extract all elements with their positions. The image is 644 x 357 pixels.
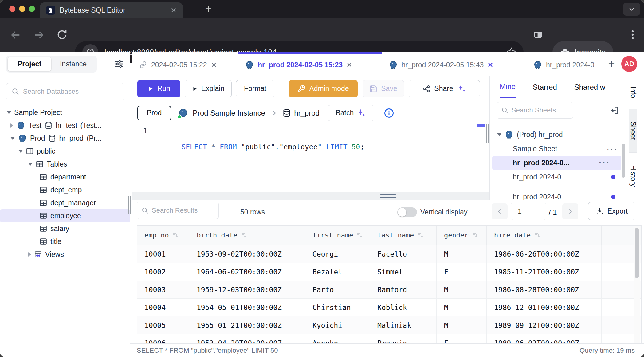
chevron-down-icon[interactable] bbox=[18, 150, 23, 153]
table-row[interactable]: 10002 1964-06-02T00:00:00Z Bezalel Simme… bbox=[137, 263, 641, 281]
table-row[interactable]: 10001 1953-09-02T00:00:00Z Georgi Facell… bbox=[137, 245, 641, 263]
sheet-group-row[interactable]: (Prod) hr_prod bbox=[490, 128, 629, 142]
chevron-down-icon[interactable] bbox=[497, 133, 501, 136]
sort-icon[interactable] bbox=[534, 232, 541, 239]
ai-sparkle-icon[interactable] bbox=[457, 84, 466, 93]
search-sheets-input[interactable] bbox=[512, 106, 569, 114]
chevron-down-icon[interactable] bbox=[7, 111, 11, 114]
column-header-gender[interactable]: gender bbox=[437, 226, 487, 245]
sort-icon[interactable] bbox=[356, 232, 363, 239]
table-row[interactable]: 10004 1954-05-01T00:00:00Z Chirstian Kob… bbox=[137, 299, 641, 316]
tree-item-table-title[interactable]: title bbox=[0, 235, 130, 248]
collapse-panel-icon[interactable] bbox=[610, 105, 620, 116]
column-header-last-name[interactable]: last_name bbox=[370, 226, 437, 245]
search-databases-input[interactable] bbox=[23, 88, 119, 96]
reload-icon[interactable] bbox=[56, 29, 68, 41]
tab-sheet-active[interactable]: Sheet bbox=[629, 109, 637, 153]
tree-item-project[interactable]: Sample Project bbox=[0, 106, 130, 119]
tab-project[interactable]: Project bbox=[8, 57, 51, 71]
results-search[interactable] bbox=[137, 202, 219, 219]
forward-icon[interactable] bbox=[33, 29, 45, 41]
table-scrollbar-thumb[interactable] bbox=[635, 228, 639, 278]
column-header-hire-date[interactable]: hire_date bbox=[487, 226, 602, 245]
tree-item-database-prod[interactable]: Prod hr_prod (Pr... bbox=[0, 132, 130, 145]
sort-icon[interactable] bbox=[417, 232, 424, 239]
panel-resize-handle[interactable] bbox=[486, 124, 489, 143]
table-row[interactable]: 10005 1955-01-21T00:00:00Z Kyoichi Malin… bbox=[137, 316, 641, 334]
browser-menu-icon[interactable] bbox=[627, 29, 638, 41]
new-tab-button[interactable]: + bbox=[201, 3, 215, 15]
tree-item-table-dept-emp[interactable]: dept_emp bbox=[0, 183, 130, 196]
sort-icon[interactable] bbox=[240, 232, 248, 239]
search-results-input[interactable] bbox=[152, 206, 214, 214]
vertical-display-toggle[interactable] bbox=[397, 207, 417, 217]
sidebar-resize-handle[interactable] bbox=[128, 196, 132, 214]
column-header-birth-date[interactable]: birth_date bbox=[189, 226, 305, 245]
tree-item-table-dept-manager[interactable]: dept_manager bbox=[0, 196, 130, 209]
drag-handle[interactable] bbox=[380, 194, 396, 199]
browser-tab[interactable]: Bytebase SQL Editor bbox=[40, 2, 183, 18]
prev-page-button[interactable] bbox=[492, 203, 508, 219]
tab-shared[interactable]: Shared w bbox=[574, 76, 605, 98]
tree-item-table-salary[interactable]: salary bbox=[0, 222, 130, 235]
sheet-item[interactable]: Sample Sheet ··· bbox=[490, 142, 629, 156]
format-button[interactable]: Format bbox=[236, 80, 274, 97]
avatar[interactable]: AD bbox=[621, 56, 637, 72]
tree-item-views-group[interactable]: Views bbox=[0, 248, 130, 261]
sort-icon[interactable] bbox=[172, 232, 179, 239]
chevron-down-icon[interactable] bbox=[10, 137, 15, 140]
database-search[interactable] bbox=[6, 83, 124, 100]
chevron-right-icon[interactable] bbox=[28, 252, 31, 257]
export-button[interactable]: Export bbox=[588, 202, 635, 220]
database-name[interactable]: hr_prod bbox=[294, 109, 320, 117]
column-header-first-name[interactable]: first_name bbox=[305, 226, 370, 245]
next-page-button[interactable] bbox=[562, 203, 578, 219]
sheet-list-scrollbar[interactable] bbox=[622, 144, 625, 178]
sheet-item[interactable]: hr_prod 2024-0 bbox=[490, 190, 629, 200]
tab-history[interactable]: History bbox=[629, 153, 637, 199]
tree-item-table-department[interactable]: department bbox=[0, 171, 130, 183]
close-icon[interactable] bbox=[346, 62, 352, 68]
tab-search-chevron-icon[interactable] bbox=[623, 3, 640, 16]
close-icon[interactable] bbox=[211, 62, 217, 68]
maximize-window-button[interactable] bbox=[29, 6, 35, 12]
table-row[interactable]: 10003 1959-12-03T00:00:00Z Parto Bamford… bbox=[137, 281, 641, 299]
info-icon[interactable] bbox=[383, 108, 395, 119]
sql-editor-surface[interactable]: 1 SELECT * FROM "public"."employee" LIMI… bbox=[132, 124, 489, 192]
tab-mine[interactable]: Mine bbox=[500, 76, 516, 98]
admin-mode-button[interactable]: Admin mode bbox=[289, 80, 358, 97]
save-button[interactable]: Save bbox=[363, 80, 404, 97]
filter-sliders-icon[interactable] bbox=[114, 59, 124, 69]
sheet-tab-1[interactable]: 2024-02-05 15:22 bbox=[132, 52, 238, 76]
column-header-emp-no[interactable]: emp_no bbox=[137, 226, 189, 245]
sheet-item[interactable]: hr_prod 2024-0... bbox=[490, 170, 629, 184]
back-icon[interactable] bbox=[9, 29, 22, 41]
more-menu-icon[interactable]: ··· bbox=[607, 144, 618, 154]
sheet-search[interactable] bbox=[497, 102, 573, 119]
tab-instance[interactable]: Instance bbox=[51, 57, 95, 71]
chevron-right-icon[interactable] bbox=[10, 123, 13, 128]
tree-item-database-test[interactable]: Test hr_test (Test... bbox=[0, 119, 130, 132]
run-button[interactable]: Run bbox=[137, 80, 180, 97]
tree-item-table-employee-selected[interactable]: employee bbox=[0, 209, 130, 222]
more-menu-icon[interactable]: ··· bbox=[599, 158, 610, 168]
close-window-button[interactable] bbox=[9, 6, 15, 12]
close-tab-icon[interactable] bbox=[171, 7, 177, 13]
tree-item-schema-public[interactable]: public bbox=[0, 145, 130, 158]
new-sheet-button[interactable]: + bbox=[603, 52, 620, 76]
share-button[interactable]: Share bbox=[409, 80, 480, 97]
sheet-tab-4[interactable]: hr_prod 2024-0 bbox=[526, 52, 603, 76]
tree-item-tables-group[interactable]: Tables bbox=[0, 158, 130, 171]
minimize-window-button[interactable] bbox=[19, 6, 25, 12]
sort-icon[interactable] bbox=[471, 232, 479, 239]
side-panel-icon[interactable] bbox=[532, 29, 544, 40]
sheet-tab-3[interactable]: hr_prod 2024-02-05 15:43 bbox=[382, 52, 526, 76]
close-icon[interactable] bbox=[487, 62, 493, 68]
chevron-down-icon[interactable] bbox=[28, 163, 33, 166]
batch-button[interactable]: Batch bbox=[328, 105, 374, 121]
environment-chip[interactable]: Prod bbox=[137, 106, 171, 120]
sheet-tab-2-active[interactable]: hr_prod 2024-02-05 15:23 bbox=[238, 52, 382, 76]
tab-info[interactable]: Info bbox=[629, 76, 637, 109]
split-divider[interactable] bbox=[132, 192, 489, 200]
page-number-input[interactable] bbox=[511, 203, 546, 220]
